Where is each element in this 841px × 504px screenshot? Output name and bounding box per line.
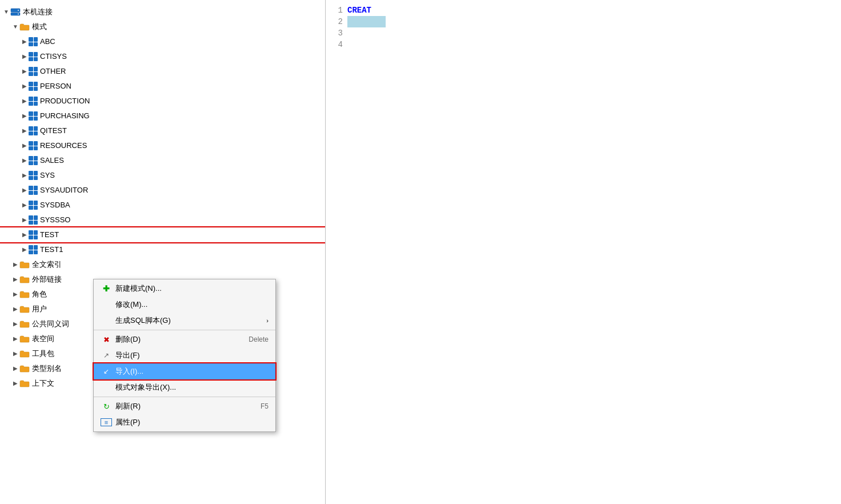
schema-qitest[interactable]: QITEST xyxy=(0,123,325,138)
main-layout: 本机连接 模式 ABC CTISYS OTHER xyxy=(0,0,841,504)
menu-properties[interactable]: ≡ 属性(P) xyxy=(94,414,275,430)
delete-icon: ✖ xyxy=(101,335,112,344)
menu-generate-sql[interactable]: 生成SQL脚本(G) › xyxy=(94,313,275,329)
schema-icon xyxy=(29,186,38,195)
schema-syssso[interactable]: SYSSSO xyxy=(0,213,325,227)
menu-item-label: 导入(I)... xyxy=(115,366,269,377)
menu-item-label: 修改(M)... xyxy=(115,299,269,310)
refresh-icon: ↻ xyxy=(101,402,112,411)
folder-label: 类型别名 xyxy=(32,363,62,374)
chevron-icon xyxy=(11,333,19,345)
schema-icon xyxy=(29,111,38,121)
editor-panel[interactable]: 1 2 3 4 CREAT xyxy=(326,0,841,504)
line-number: 3 xyxy=(330,27,343,39)
server-icon xyxy=(10,8,21,16)
chevron-icon xyxy=(21,95,29,107)
modes-folder[interactable]: 模式 xyxy=(0,19,325,34)
schema-sys[interactable]: SYS xyxy=(0,168,325,183)
chevron-icon xyxy=(21,140,29,151)
menu-export[interactable]: ↗ 导出(F) xyxy=(94,347,275,363)
folder-icon xyxy=(19,305,30,313)
arrow-icon: › xyxy=(266,317,269,324)
chevron-icon xyxy=(21,229,29,241)
chevron-icon xyxy=(21,66,29,77)
schema-icon xyxy=(29,82,38,91)
menu-divider xyxy=(94,397,275,397)
schema-icon xyxy=(29,201,38,210)
chevron-icon xyxy=(21,185,29,196)
schema-label: SYS xyxy=(40,170,55,181)
schema-icon xyxy=(29,230,38,239)
menu-refresh[interactable]: ↻ 刷新(R) F5 xyxy=(94,398,275,414)
folder-icon xyxy=(19,350,30,358)
menu-item-label: 导出(F) xyxy=(115,350,269,361)
folder-fulltext[interactable]: 全文索引 xyxy=(0,257,325,272)
chevron-icon xyxy=(21,110,29,122)
chevron-icon xyxy=(11,318,19,330)
folder-icon xyxy=(19,290,30,298)
chevron-icon xyxy=(11,378,19,389)
schema-other[interactable]: OTHER xyxy=(0,64,325,79)
folder-label: 外部链接 xyxy=(32,274,62,285)
folder-label: 表空间 xyxy=(32,333,54,345)
folder-label: 工具包 xyxy=(32,348,54,359)
schema-label: RESOURCES xyxy=(40,140,87,151)
folder-icon xyxy=(19,261,30,269)
schema-test[interactable]: TEST xyxy=(0,227,325,242)
line-numbers: 1 2 3 4 xyxy=(330,5,347,50)
menu-item-label: 属性(P) xyxy=(115,417,269,427)
schema-production[interactable]: PRODUCTION xyxy=(0,94,325,109)
schema-person[interactable]: PERSON xyxy=(0,79,325,94)
menu-schema-export[interactable]: 模式对象导出(X)... xyxy=(94,379,275,395)
chevron-icon xyxy=(11,363,19,374)
folder-label: 公共同义词 xyxy=(32,318,69,330)
folder-label: 角色 xyxy=(32,289,47,300)
chevron-icon xyxy=(21,36,29,47)
schema-label: PERSON xyxy=(40,81,71,92)
chevron-icon xyxy=(11,289,19,300)
menu-new-schema[interactable]: ✚ 新建模式(N)... xyxy=(94,281,275,297)
tree-root[interactable]: 本机连接 xyxy=(0,5,325,19)
schema-sales[interactable]: SALES xyxy=(0,153,325,168)
code-area: CREAT xyxy=(347,5,836,50)
chevron-icon xyxy=(11,21,19,33)
menu-delete[interactable]: ✖ 删除(D) Delete xyxy=(94,331,275,347)
schema-label: PRODUCTION xyxy=(40,95,90,107)
code-line-1: CREAT xyxy=(347,5,836,16)
schema-label: SALES xyxy=(40,155,64,166)
schema-icon xyxy=(29,67,38,76)
schema-sysauditor[interactable]: SYSAUDITOR xyxy=(0,183,325,198)
schema-icon xyxy=(29,245,38,254)
code-line-3 xyxy=(347,27,836,39)
properties-icon: ≡ xyxy=(101,418,112,426)
schema-label: SYSDBA xyxy=(40,199,70,211)
schema-label: TEST xyxy=(40,229,59,241)
context-menu: ✚ 新建模式(N)... 修改(M)... 生成SQL脚本(G) › ✖ 删除(… xyxy=(93,279,276,432)
schema-abc[interactable]: ABC xyxy=(0,34,325,49)
schema-sysdba[interactable]: SYSDBA xyxy=(0,198,325,213)
schema-icon xyxy=(29,141,38,150)
menu-item-label: 模式对象导出(X)... xyxy=(115,382,269,393)
schema-icon xyxy=(29,215,38,225)
chevron-icon xyxy=(21,170,29,181)
menu-divider xyxy=(94,330,275,330)
keyword-creat: CREAT xyxy=(347,5,371,16)
schema-resources[interactable]: RESOURCES xyxy=(0,138,325,153)
schema-label: QITEST xyxy=(40,125,67,137)
menu-import[interactable]: ↙ 导入(I)... xyxy=(94,363,275,379)
modes-label: 模式 xyxy=(32,21,47,33)
schema-label: OTHER xyxy=(40,66,66,77)
chevron-icon xyxy=(21,81,29,92)
line-number: 1 xyxy=(330,5,343,16)
chevron-icon xyxy=(21,51,29,62)
menu-modify[interactable]: 修改(M)... xyxy=(94,297,275,313)
folder-icon xyxy=(19,23,30,31)
schema-purchasing[interactable]: PURCHASING xyxy=(0,109,325,123)
schema-icon xyxy=(29,126,38,135)
schema-test1[interactable]: TEST1 xyxy=(0,242,325,257)
selection xyxy=(347,16,386,27)
chevron-icon xyxy=(21,155,29,166)
chevron-icon xyxy=(21,199,29,211)
chevron-icon xyxy=(11,303,19,315)
schema-ctisys[interactable]: CTISYS xyxy=(0,49,325,64)
